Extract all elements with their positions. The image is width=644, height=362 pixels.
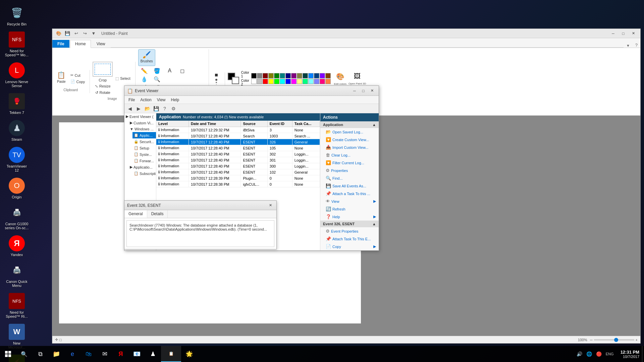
redo-button[interactable]: ↪	[81, 30, 89, 37]
event-source[interactable]: ESENT	[241, 139, 267, 145]
desktop-icon-canon-g1000[interactable]: 🖨️ Canon G1000 series On-sc...	[3, 203, 30, 231]
zoom-in-button[interactable]: +	[636, 338, 638, 342]
event-datetime[interactable]: 10/7/2017 12:28:39 PM	[189, 175, 241, 181]
action-item[interactable]: 📌Attach a Task To this ...	[320, 190, 379, 197]
action-item[interactable]: 🔽Filter Current Log...	[320, 159, 379, 167]
undo-button[interactable]: ↩	[72, 30, 80, 37]
color-swatch[interactable]	[263, 79, 268, 84]
event-level[interactable]: ℹ Information	[156, 157, 189, 163]
event-datetime[interactable]: 10/7/2017 12:28:38 PM	[189, 181, 241, 187]
desktop-icon-recycle-bin[interactable]: 🗑️ Recycle Bin	[3, 3, 30, 27]
event-task[interactable]: None	[292, 175, 320, 181]
actions-section2-collapse[interactable]: ▲	[372, 222, 376, 226]
color-swatch[interactable]	[257, 79, 262, 84]
action-item[interactable]: 🔽Create Custom View...	[320, 136, 379, 143]
event-task[interactable]: Loggin...	[292, 157, 320, 163]
event-source[interactable]: iBtSiva	[241, 127, 267, 133]
tree-applications[interactable]: ▶ Applicatio...	[128, 164, 156, 170]
tree-setup[interactable]: 📋 Setup	[132, 145, 156, 151]
event-level[interactable]: ℹ Information	[156, 181, 189, 187]
crop-button[interactable]: Crop	[97, 77, 108, 83]
taskbar-mail-button[interactable]: ✉	[97, 346, 113, 362]
pencil-button[interactable]: ✏️	[138, 67, 150, 75]
ev-close-button[interactable]: ✕	[368, 88, 376, 94]
ev-forward-button[interactable]: ▶	[135, 105, 143, 112]
desktop-icon-lenovo[interactable]: L Lenovo Nerve Sense	[3, 61, 30, 89]
taskbar-yandex-button[interactable]: Я	[113, 346, 129, 362]
event-source[interactable]: ESENT	[241, 163, 267, 169]
color-swatch[interactable]	[308, 73, 314, 78]
tree-security[interactable]: 🔒 Securit...	[132, 138, 156, 145]
desktop-icon-steam[interactable]: ♟ Steam	[3, 119, 30, 143]
event-level[interactable]: ℹ Information	[156, 139, 189, 145]
event-datetime[interactable]: 10/7/2017 12:28:40 PM	[189, 163, 241, 169]
event-task[interactable]: General	[292, 169, 320, 175]
event-source[interactable]: Plugin...	[241, 175, 267, 181]
tree-event-viewer-root[interactable]: ▶ Event Viewer (	[124, 113, 156, 120]
paint-maximize-button[interactable]: □	[619, 30, 628, 37]
color-swatch[interactable]	[285, 79, 291, 84]
action-item[interactable]: 📂Open Saved Log...	[320, 128, 379, 136]
taskbar-steam-button[interactable]: ♟	[145, 346, 161, 362]
col-datetime[interactable]: Date and Time	[189, 121, 241, 127]
tree-windows-logs[interactable]: ▼ Windows ...	[128, 126, 156, 132]
magnifier-button[interactable]: 🔍	[151, 75, 163, 83]
select-button[interactable]: ⬚ Select	[114, 76, 132, 81]
color-swatch[interactable]	[297, 73, 302, 78]
event-level[interactable]: ℹ Information	[156, 145, 189, 151]
event-eventid[interactable]: 301	[267, 157, 292, 163]
taskbar-search-button[interactable]: 🔍	[16, 346, 32, 362]
save-button[interactable]: 💾	[64, 30, 71, 37]
color-swatch[interactable]	[325, 73, 331, 78]
event-level[interactable]: ℹ Information	[156, 127, 189, 133]
ev-menu-help[interactable]: Help	[168, 97, 182, 103]
ev-back-button[interactable]: ◀	[126, 105, 134, 112]
tree-application[interactable]: 📋 Applic...	[132, 132, 156, 138]
table-row[interactable]: ℹ Information10/7/2017 12:28:40 PMSearch…	[156, 133, 320, 139]
taskbar-explorer-button[interactable]: 📁	[48, 346, 64, 362]
tree-subscriptions[interactable]: 📋 Subscripti...	[132, 170, 156, 177]
color-swatch[interactable]	[280, 73, 285, 78]
ev-help-button[interactable]: ?	[161, 105, 169, 112]
col-taskca[interactable]: Task Ca...	[292, 121, 320, 127]
color-swatch[interactable]	[320, 73, 325, 78]
tree-system[interactable]: 📋 Syste...	[132, 151, 156, 158]
color-swatch[interactable]	[251, 79, 257, 84]
table-row[interactable]: ℹ Information10/7/2017 12:28:40 PMESENT3…	[156, 157, 320, 163]
event-datetime[interactable]: 10/7/2017 12:28:40 PM	[189, 133, 241, 139]
eraser-button[interactable]: ◻	[176, 67, 189, 75]
event-source[interactable]: ESENT	[241, 145, 267, 151]
event-datetime[interactable]: 10/7/2017 12:29:32 PM	[189, 127, 241, 133]
ev-open-log-button[interactable]: 📂	[143, 105, 151, 112]
color-swatch[interactable]	[268, 79, 274, 84]
ev-menu-file[interactable]: File	[126, 97, 138, 103]
paint-close-button[interactable]: ✕	[629, 30, 638, 37]
tray-lang-label[interactable]: ENG	[604, 351, 615, 357]
tab-file[interactable]: File	[52, 40, 69, 48]
tray-network-icon[interactable]: 🌐	[585, 351, 593, 357]
tree-custom-views[interactable]: ▶ Custom Vi...	[128, 120, 156, 126]
resize-button[interactable]: ⤡ Resize	[94, 83, 112, 89]
ev-detail-close-button[interactable]: ✕	[267, 203, 274, 208]
event-datetime[interactable]: 10/7/2017 12:28:40 PM	[189, 145, 241, 151]
taskbar-show-desktop-button[interactable]	[642, 346, 644, 362]
fill-button[interactable]: 🪣	[151, 67, 163, 75]
open-paint3d-button[interactable]: 🖼	[348, 72, 366, 81]
event-source[interactable]: ESENT	[241, 151, 267, 157]
action-item[interactable]: 💾Save All Events As...	[320, 182, 379, 190]
action-item[interactable]: ⚙Properties	[320, 167, 379, 174]
event-datetime[interactable]: 10/7/2017 12:28:40 PM	[189, 151, 241, 157]
edit-colors-button[interactable]: 🎨	[334, 72, 346, 81]
table-row[interactable]: ℹ Information10/7/2017 12:28:40 PMESENT3…	[156, 151, 320, 157]
paint-minimize-button[interactable]: ─	[609, 30, 618, 37]
desktop-icon-canon-quick[interactable]: 🖨️ Canon Quick Menu	[3, 261, 30, 289]
color-swatch[interactable]	[257, 73, 262, 78]
event-source[interactable]: Search	[241, 133, 267, 139]
event-datetime[interactable]: 10/7/2017 12:28:40 PM	[189, 139, 241, 145]
col-eventid[interactable]: Event ID	[267, 121, 292, 127]
zoom-out-button[interactable]: ─	[590, 338, 593, 342]
taskbar-eventviewer-button[interactable]: 📋	[161, 346, 181, 362]
ev-menu-view[interactable]: View	[154, 97, 168, 103]
color-swatch[interactable]	[274, 79, 279, 84]
table-row[interactable]: ℹ Information10/7/2017 12:28:40 PMESENT1…	[156, 145, 320, 151]
